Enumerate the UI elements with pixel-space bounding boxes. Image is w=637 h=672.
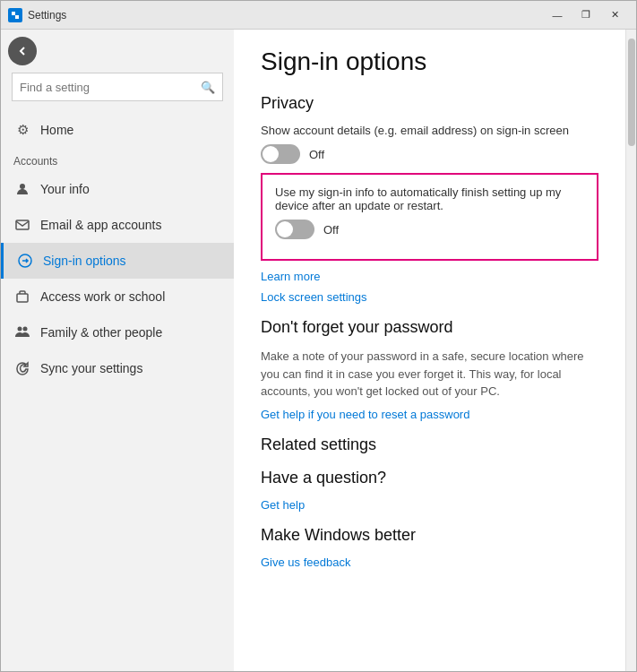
show-account-label: Show account details (e.g. email address… [261,124,598,137]
titlebar: Settings — ❐ ✕ [1,1,636,30]
back-button[interactable] [8,37,37,65]
reset-password-link[interactable]: Get help if you need to reset a password [261,408,598,421]
svg-rect-4 [16,220,29,229]
search-icon: 🔍 [201,81,215,94]
question-section-title: Have a question? [261,469,598,487]
home-icon: ⚙ [13,121,31,139]
sidebar-item-label: Email & app accounts [40,218,161,232]
lock-screen-link[interactable]: Lock screen settings [261,290,598,304]
signin-info-box: Use my sign-in info to automatically fin… [261,173,598,261]
sidebar-item-sync[interactable]: Sync your settings [1,350,234,386]
svg-point-3 [20,184,25,189]
signin-info-toggle[interactable] [275,220,314,239]
content-area: Sign-in options Privacy Show account det… [234,30,625,671]
briefcase-icon [13,288,31,306]
sidebar-item-label: Sign-in options [43,254,126,268]
privacy-section-title: Privacy [261,94,598,113]
page-title: Sign-in options [261,47,598,76]
sidebar-item-sign-in[interactable]: Sign-in options [1,243,234,279]
signin-icon [16,252,34,270]
show-account-toggle-row: Off [261,144,598,164]
show-account-toggle[interactable] [261,144,300,164]
sidebar-item-label: Access work or school [40,289,165,304]
learn-more-link[interactable]: Learn more [261,270,598,283]
sync-icon [13,359,31,377]
password-section-title: Don't forget your password [261,318,598,337]
toggle-knob [263,146,279,162]
scrollbar [625,30,636,671]
signin-info-label: Use my sign-in info to automatically fin… [275,185,584,212]
sidebar-item-home[interactable]: ⚙ Home [1,112,234,148]
sidebar-item-label: Sync your settings [40,361,142,375]
scrollbar-thumb[interactable] [628,39,635,146]
maximize-button[interactable]: ❐ [572,1,600,30]
close-button[interactable]: ✕ [600,1,629,30]
feedback-section-title: Make Windows better [261,526,598,545]
family-icon [13,323,31,341]
give-feedback-link[interactable]: Give us feedback [261,556,598,569]
svg-point-8 [23,327,28,332]
svg-rect-1 [12,12,15,15]
app-window: Settings — ❐ ✕ 🔍 ⚙ Home Accounts [0,0,637,672]
password-body-text: Make a note of your password in a safe, … [261,348,598,401]
sidebar: 🔍 ⚙ Home Accounts Your info Email & app … [1,30,234,671]
sidebar-item-family[interactable]: Family & other people [1,314,234,350]
sidebar-item-email[interactable]: Email & app accounts [1,207,234,243]
window-title: Settings [28,9,543,22]
show-account-toggle-label: Off [309,148,324,161]
minimize-button[interactable]: — [543,1,572,30]
svg-rect-6 [17,294,28,302]
sidebar-item-label: Family & other people [40,325,162,340]
svg-rect-2 [15,15,19,19]
sidebar-item-label: Home [40,123,73,137]
app-icon [8,8,22,22]
svg-point-7 [18,327,22,332]
search-input[interactable] [20,81,201,94]
signin-info-toggle-label: Off [323,223,339,237]
sidebar-item-work-school[interactable]: Access work or school [1,279,234,314]
toggle-knob [277,221,293,237]
person-icon [13,180,31,198]
get-help-link[interactable]: Get help [261,498,598,512]
sidebar-item-your-info[interactable]: Your info [1,171,234,207]
search-bar[interactable]: 🔍 [12,73,223,101]
email-icon [13,216,31,234]
signin-info-toggle-row: Off [275,220,584,239]
related-settings-title: Related settings [261,435,598,454]
sidebar-item-label: Your info [40,182,90,196]
accounts-section-label: Accounts [1,148,234,171]
